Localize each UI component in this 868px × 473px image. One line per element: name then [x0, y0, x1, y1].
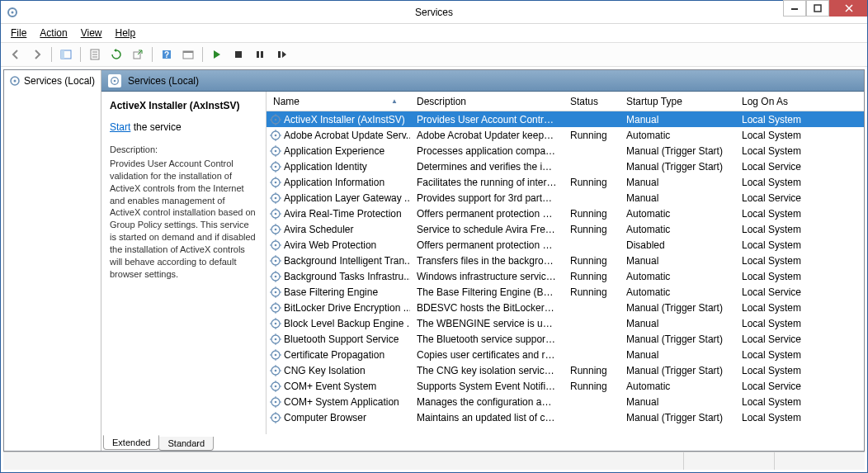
detail-pane: ActiveX Installer (AxInstSV) Start the s…: [101, 92, 267, 435]
description-label: Description:: [110, 144, 256, 154]
column-log-on-as[interactable]: Log On As: [735, 92, 834, 111]
service-logon: Local System: [735, 349, 834, 361]
menu-help[interactable]: Help: [111, 26, 141, 40]
service-row[interactable]: COM+ Event SystemSupports System Event N…: [267, 378, 864, 394]
maximize-button[interactable]: [806, 0, 829, 17]
services-window: Services File Action View Help ?: [0, 0, 868, 473]
menu-view[interactable]: View: [76, 26, 107, 40]
window-title: Services: [415, 7, 453, 18]
minimize-button[interactable]: [783, 0, 806, 17]
service-name: Base Filtering Engine: [284, 286, 378, 298]
statusbar: [3, 452, 865, 470]
service-description: Determines and verifies the iden...: [410, 161, 564, 173]
service-startup-type: Disabled: [620, 239, 735, 251]
separator: [80, 47, 81, 62]
dialog-button[interactable]: [178, 45, 198, 64]
back-button[interactable]: [6, 45, 26, 64]
service-status: Running: [564, 208, 620, 220]
export-button[interactable]: [128, 45, 148, 64]
column-description[interactable]: Description: [410, 92, 564, 111]
gear-icon: [270, 239, 281, 251]
service-row[interactable]: Base Filtering EngineThe Base Filtering …: [267, 284, 864, 300]
gear-icon: [270, 208, 281, 220]
content: ActiveX Installer (AxInstSV) Start the s…: [101, 92, 864, 435]
service-description: The Bluetooth service supports ...: [410, 333, 564, 345]
service-row[interactable]: Application ExperienceProcesses applicat…: [267, 143, 864, 158]
refresh-button[interactable]: [106, 45, 126, 64]
splitter: Services (Local) Services (Local) Active…: [3, 69, 865, 452]
service-description: Supports System Event Notificat...: [410, 381, 564, 392]
service-row[interactable]: Avira Web ProtectionOffers permanent pro…: [267, 237, 864, 253]
svg-rect-5: [61, 50, 64, 59]
service-description: The WBENGINE service is used b...: [410, 318, 564, 329]
gear-icon: [270, 130, 281, 141]
gear-icon: [270, 224, 281, 235]
list-body[interactable]: ActiveX Installer (AxInstSV)Provides Use…: [267, 111, 864, 435]
service-row[interactable]: CNG Key IsolationThe CNG key isolation s…: [267, 362, 864, 378]
svg-rect-2: [791, 8, 798, 10]
status-seg-1: [3, 452, 683, 470]
service-row[interactable]: Avira Real-Time ProtectionOffers permane…: [267, 206, 864, 221]
gear-icon: [108, 74, 121, 88]
tab-standard[interactable]: Standard: [158, 437, 214, 451]
column-name[interactable]: Name▲: [267, 92, 410, 111]
gear-icon: [270, 318, 281, 329]
service-row[interactable]: ActiveX Installer (AxInstSV)Provides Use…: [267, 111, 864, 127]
gear-icon: [270, 286, 281, 298]
service-row[interactable]: Certificate PropagationCopies user certi…: [267, 347, 864, 362]
svg-point-114: [275, 353, 277, 356]
service-startup-type: Automatic: [620, 130, 735, 141]
show-hide-tree-button[interactable]: [56, 45, 76, 64]
column-startup-type[interactable]: Startup Type: [620, 92, 735, 111]
service-status: Running: [564, 130, 620, 141]
start-service-link[interactable]: Start: [110, 121, 130, 133]
pause-service-button[interactable]: [250, 45, 270, 64]
svg-rect-3: [814, 5, 821, 12]
service-description: Facilitates the running of interac...: [410, 177, 564, 188]
close-button[interactable]: [829, 0, 867, 17]
service-startup-type: Automatic: [620, 271, 735, 282]
service-startup-type: Manual (Trigger Start): [620, 302, 735, 314]
service-name: Avira Real-Time Protection: [284, 208, 402, 220]
service-row[interactable]: Avira SchedulerService to schedule Avira…: [267, 221, 864, 237]
gear-icon: [270, 412, 281, 423]
gear-icon: [270, 396, 281, 408]
forward-button[interactable]: [27, 45, 47, 64]
service-row[interactable]: Block Level Backup Engine ...The WBENGIN…: [267, 315, 864, 331]
svg-point-90: [275, 291, 277, 293]
service-row[interactable]: Adobe Acrobat Update Serv...Adobe Acroba…: [267, 127, 864, 143]
svg-point-102: [275, 322, 277, 324]
right-pane: Services (Local) ActiveX Installer (AxIn…: [101, 70, 864, 451]
tab-extended[interactable]: Extended: [103, 435, 159, 450]
service-row[interactable]: Computer BrowserMaintains an updated lis…: [267, 409, 864, 425]
menu-action[interactable]: Action: [35, 26, 72, 40]
service-row[interactable]: Application Layer Gateway ...Provides su…: [267, 190, 864, 206]
list-pane: Name▲ Description Status Startup Type Lo…: [267, 92, 864, 435]
properties-button[interactable]: [85, 45, 105, 64]
service-row[interactable]: Bluetooth Support ServiceThe Bluetooth s…: [267, 331, 864, 347]
service-logon: Local System: [735, 145, 834, 157]
restart-service-button[interactable]: [271, 45, 291, 64]
body: Services (Local) Services (Local) Active…: [1, 67, 867, 472]
service-startup-type: Manual (Trigger Start): [620, 145, 735, 157]
service-row[interactable]: COM+ System ApplicationManages the confi…: [267, 394, 864, 409]
stop-service-button[interactable]: [229, 45, 248, 64]
gear-icon: [270, 302, 281, 314]
status-seg-3: [774, 452, 865, 470]
service-row[interactable]: Application IdentityDetermines and verif…: [267, 158, 864, 174]
service-name: CNG Key Isolation: [284, 365, 366, 376]
tree-item-services-local[interactable]: Services (Local): [6, 73, 99, 88]
column-status[interactable]: Status: [564, 92, 620, 111]
service-row[interactable]: BitLocker Drive Encryption ...BDESVC hos…: [267, 300, 864, 315]
svg-point-120: [275, 369, 277, 371]
service-name: ActiveX Installer (AxInstSV): [284, 114, 405, 125]
start-service-button[interactable]: [207, 45, 227, 64]
menu-file[interactable]: File: [6, 26, 31, 40]
service-row[interactable]: Background Tasks Infrastru...Windows inf…: [267, 268, 864, 284]
help-button[interactable]: ?: [157, 45, 177, 64]
service-name: Background Intelligent Tran...: [284, 255, 410, 267]
service-row[interactable]: Background Intelligent Tran...Transfers …: [267, 253, 864, 268]
gear-icon: [270, 177, 281, 188]
service-row[interactable]: Application InformationFacilitates the r…: [267, 174, 864, 190]
svg-rect-15: [235, 51, 242, 58]
